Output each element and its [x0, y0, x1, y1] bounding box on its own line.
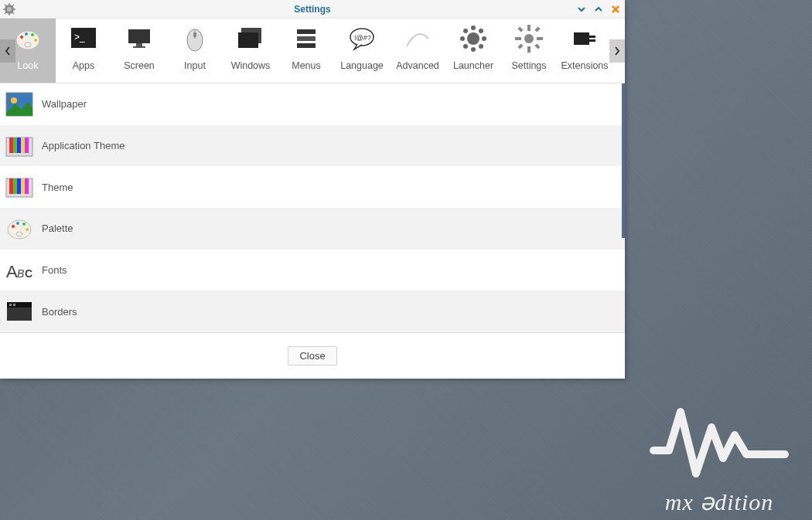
svg-point-14: [34, 39, 37, 42]
tab-label: Settings: [511, 60, 546, 71]
gear-icon: [513, 23, 544, 54]
window-title: Settings: [294, 4, 330, 15]
svg-rect-55: [9, 138, 13, 153]
tab-language[interactable]: !@#? Language: [334, 19, 390, 83]
svg-rect-44: [537, 37, 543, 40]
curve-icon: [402, 23, 433, 54]
svg-rect-20: [133, 46, 145, 48]
svg-point-67: [12, 225, 15, 228]
row-label: Wallpaper: [42, 98, 87, 110]
tab-menus[interactable]: Menus: [278, 19, 334, 83]
row-label: Palette: [42, 223, 73, 234]
row-borders[interactable]: Borders: [0, 291, 625, 332]
app-icon: [3, 3, 15, 15]
svg-rect-64: [21, 178, 25, 194]
tab-label: Language: [340, 60, 384, 71]
svg-point-53: [11, 97, 17, 104]
row-theme[interactable]: Theme: [0, 166, 625, 208]
svg-line-7: [12, 12, 14, 14]
svg-point-1: [7, 7, 12, 12]
svg-rect-28: [297, 43, 316, 48]
menu-icon: [291, 23, 322, 54]
svg-point-33: [471, 47, 476, 52]
tab-windows[interactable]: Windows: [223, 19, 278, 83]
svg-rect-78: [13, 304, 15, 306]
monitor-icon: [124, 23, 155, 54]
wallpaper-icon: [5, 90, 34, 118]
svg-rect-25: [238, 32, 258, 48]
row-palette[interactable]: Palette: [0, 208, 625, 250]
tab-apps[interactable]: >_ Apps: [56, 19, 111, 83]
speech-bubble-icon: !@#?: [346, 23, 377, 54]
svg-point-13: [31, 33, 34, 36]
tab-launcher[interactable]: Launcher: [445, 19, 501, 83]
svg-rect-51: [589, 39, 595, 42]
svg-rect-42: [527, 46, 531, 53]
tabbar-scroll-right[interactable]: [609, 39, 625, 63]
scrollbar[interactable]: [622, 83, 625, 238]
svg-rect-63: [17, 178, 21, 194]
tab-screen[interactable]: Screen: [111, 19, 167, 83]
svg-point-70: [26, 228, 29, 231]
svg-text:!@#?: !@#?: [354, 34, 371, 42]
row-label: Theme: [42, 182, 73, 193]
tab-label: Apps: [73, 60, 95, 71]
svg-rect-77: [9, 304, 12, 306]
close-button[interactable]: Close: [288, 346, 336, 365]
svg-rect-62: [13, 178, 17, 194]
row-application-theme[interactable]: Application Theme: [0, 125, 625, 167]
row-fonts[interactable]: ABC Fonts: [0, 250, 625, 291]
svg-point-69: [22, 223, 26, 226]
svg-rect-45: [517, 26, 523, 32]
tab-label: Look: [17, 60, 38, 71]
close-window-button[interactable]: [609, 3, 622, 15]
titlebar: Settings: [0, 0, 625, 19]
settings-window: Settings Look >_: [0, 0, 625, 379]
mouse-icon: [179, 23, 210, 54]
svg-rect-19: [136, 43, 142, 46]
plugin-icon: [569, 23, 600, 54]
svg-point-71: [16, 232, 22, 236]
tab-label: Advanced: [396, 60, 439, 71]
svg-rect-43: [515, 37, 521, 40]
row-label: Borders: [42, 306, 77, 318]
svg-rect-49: [574, 32, 589, 45]
shade-down-button[interactable]: [575, 3, 588, 15]
svg-rect-57: [17, 138, 21, 153]
theme-stripes-icon: [5, 173, 34, 201]
tab-settings[interactable]: Settings: [501, 19, 557, 83]
svg-point-15: [25, 42, 31, 47]
svg-point-31: [467, 32, 479, 45]
svg-rect-59: [25, 138, 29, 153]
borders-icon: [5, 297, 34, 325]
svg-rect-46: [534, 43, 540, 49]
tab-advanced[interactable]: Advanced: [390, 19, 445, 83]
palette-icon: [5, 215, 34, 243]
tabbar: Look >_ Apps Screen Input Windows: [0, 19, 625, 83]
tabbar-scroll-left[interactable]: [0, 39, 15, 63]
svg-point-37: [479, 44, 483, 49]
tab-extensions[interactable]: Extensions: [557, 19, 612, 83]
svg-point-40: [524, 34, 534, 43]
svg-line-6: [5, 5, 6, 6]
svg-rect-58: [21, 138, 25, 153]
shade-up-button[interactable]: [592, 3, 605, 15]
svg-rect-48: [517, 43, 523, 49]
svg-text:>_: >_: [74, 32, 85, 42]
desktop-logo: mx ədition: [634, 393, 804, 515]
svg-rect-27: [297, 36, 316, 41]
wave-logo-icon: [646, 393, 793, 485]
row-wallpaper[interactable]: Wallpaper: [0, 83, 625, 125]
svg-line-8: [5, 12, 6, 14]
svg-rect-18: [128, 29, 150, 43]
tab-label: Launcher: [453, 60, 493, 71]
svg-point-36: [463, 29, 468, 33]
svg-point-11: [20, 36, 23, 39]
svg-rect-56: [13, 138, 17, 153]
tab-input[interactable]: Input: [167, 19, 223, 83]
svg-text:B: B: [17, 267, 24, 280]
palette-icon: [12, 23, 43, 54]
svg-rect-65: [25, 178, 29, 194]
fonts-icon: ABC: [5, 257, 34, 284]
svg-point-12: [25, 32, 28, 36]
